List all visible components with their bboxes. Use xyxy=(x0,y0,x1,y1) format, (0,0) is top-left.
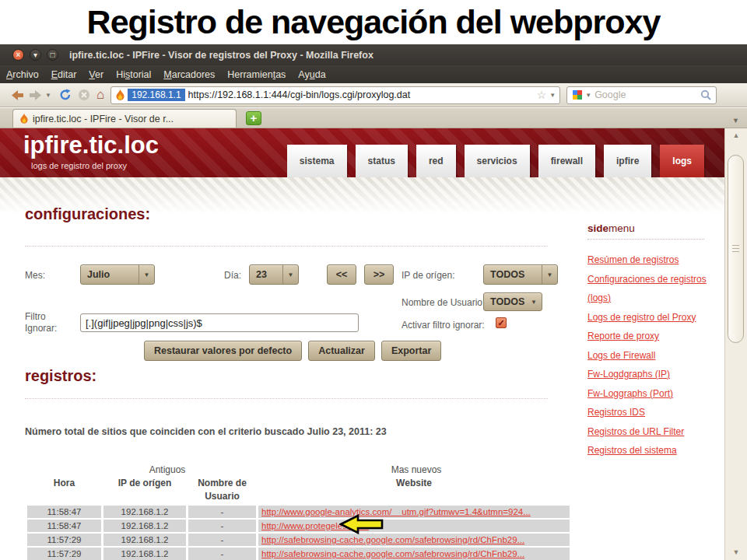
site-nav-tab[interactable]: logs xyxy=(660,145,704,177)
usuario-cell: - xyxy=(188,520,256,532)
scroll-down-icon[interactable]: ▼ xyxy=(725,548,747,556)
usuario-cell: - xyxy=(188,548,256,560)
sidemenu-link[interactable]: Registros del sistema xyxy=(587,441,721,460)
menu-item[interactable]: Historial xyxy=(110,69,157,80)
history-dropdown-icon[interactable]: ▼ xyxy=(45,86,51,104)
username-select[interactable]: TODOS▼ xyxy=(483,292,542,311)
config-heading: configuraciones: xyxy=(25,205,150,223)
navigation-toolbar: ▼ ⌂ 192.168.1.1 https://192.168.1.1:444/… xyxy=(0,83,747,107)
stop-icon[interactable] xyxy=(78,86,90,104)
site-header: ipfire.tic.loc logs de registro del prox… xyxy=(0,128,724,177)
site-nav-tabs: sistema status red servicios firewall ip… xyxy=(287,145,704,177)
sidemenu-links: Resúmen de registros Configuraciones de … xyxy=(587,250,721,460)
maximize-window-icon[interactable]: □ xyxy=(47,49,58,61)
website-cell: http://safebrowsing-cache.google.com/saf… xyxy=(258,534,570,546)
forward-icon[interactable] xyxy=(29,86,42,104)
hora-cell: 11:58:47 xyxy=(27,506,101,518)
chevron-down-icon: ▼ xyxy=(139,265,154,284)
enable-filter-label: Activar filtro ignorar: xyxy=(402,320,485,331)
records-table: 11:58:47 192.168.1.2 - http://www.google… xyxy=(27,506,570,560)
website-cell: http://safebrowsing-cache.google.com/saf… xyxy=(258,548,570,560)
window-title: ipfire.tic.loc - IPFire - Visor de regis… xyxy=(69,50,374,61)
site-hostname: ipfire.tic.loc xyxy=(23,131,159,159)
menu-item[interactable]: Editar xyxy=(45,69,83,80)
search-box[interactable]: ▼ xyxy=(566,86,717,104)
sidemenu-link[interactable]: Fw-Logdgraphs (IP) xyxy=(587,365,721,384)
sidemenu-link[interactable]: Configuraciones de registros (logs) xyxy=(587,270,721,308)
export-button[interactable]: Exportar xyxy=(381,341,441,361)
column-header: IP de orígen xyxy=(103,477,186,503)
url-dropdown-icon[interactable]: ▼ xyxy=(549,92,556,99)
site-nav-tab[interactable]: sistema xyxy=(287,145,347,177)
window-controls: × ▾ □ xyxy=(12,49,58,61)
website-link[interactable]: http://safebrowsing-cache.google.com/saf… xyxy=(261,549,524,558)
records-table-header: Hora IP de orígen Nombre de Usuario Webs… xyxy=(27,477,570,503)
search-engine-icon xyxy=(572,89,583,100)
sidemenu-link[interactable]: Resúmen de registros xyxy=(587,250,721,270)
menu-item[interactable]: Ayuda xyxy=(292,69,331,80)
sidemenu-link[interactable]: Logs de registro del Proxy xyxy=(587,308,721,327)
scroll-up-icon[interactable]: ▲ xyxy=(725,131,747,139)
tab-strip: ipfire.tic.loc - IPFire - Visor de r... … xyxy=(0,108,747,128)
source-ip-select[interactable]: TODOS▼ xyxy=(483,264,558,285)
search-icon[interactable] xyxy=(700,89,711,100)
sidemenu-link[interactable]: Reporte de proxy xyxy=(587,327,721,346)
month-select[interactable]: Julio▼ xyxy=(80,264,155,285)
column-header: Hora xyxy=(27,477,101,503)
menu-item[interactable]: Marcadores xyxy=(157,69,221,80)
column-header: Nombre de Usuario xyxy=(188,477,256,503)
sidemenu-link[interactable]: Fw-Loggraphs (Port) xyxy=(587,384,721,404)
sidemenu-link[interactable]: Registros IDS xyxy=(587,403,721,422)
divider xyxy=(25,398,548,399)
hora-cell: 11:58:47 xyxy=(27,520,101,532)
home-icon[interactable]: ⌂ xyxy=(96,86,104,104)
window-titlebar: × ▾ □ ipfire.tic.loc - IPFire - Visor de… xyxy=(0,44,747,65)
ignore-filter-input[interactable] xyxy=(80,313,359,332)
day-label: Día: xyxy=(224,270,241,282)
bookmark-star-icon[interactable]: ☆ xyxy=(537,89,547,101)
minimize-window-icon[interactable]: ▾ xyxy=(30,49,41,61)
site-nav-tab[interactable]: ipfire xyxy=(604,145,651,177)
search-engine-dropdown-icon[interactable]: ▼ xyxy=(585,92,591,99)
update-button[interactable]: Actualizar xyxy=(308,341,375,361)
site-nav-tab[interactable]: status xyxy=(356,145,408,177)
url-domain-highlight: 192.168.1.1 xyxy=(128,89,184,101)
site-favicon-icon xyxy=(115,89,125,100)
next-day-button[interactable]: >> xyxy=(364,264,394,285)
menu-item[interactable]: Herramientas xyxy=(221,69,292,80)
browser-window: × ▾ □ ipfire.tic.loc - IPFire - Visor de… xyxy=(0,44,747,560)
url-text: https://192.168.1.1:444/cgi-bin/logs.cgi… xyxy=(188,89,534,100)
scrollbar-thumb[interactable] xyxy=(728,155,744,343)
url-bar[interactable]: 192.168.1.1 https://192.168.1.1:444/cgi-… xyxy=(110,86,560,104)
day-select[interactable]: 23▼ xyxy=(249,264,299,285)
list-all-tabs-icon[interactable]: ▼ xyxy=(732,117,739,124)
site-nav-tab[interactable]: red xyxy=(416,145,456,177)
slide-title: Registro de navegación del webproxy xyxy=(0,0,747,44)
reload-icon[interactable] xyxy=(59,86,72,104)
new-tab-button[interactable]: + xyxy=(246,111,261,125)
menu-item[interactable]: Ver xyxy=(82,69,110,80)
sidemenu-link[interactable]: Registros de URL Filter xyxy=(587,422,721,442)
sidemenu-link[interactable]: Logs de Firewall xyxy=(587,346,721,366)
source-ip-label: IP de orígen: xyxy=(402,270,455,282)
website-link[interactable]: http://safebrowsing-cache.google.com/saf… xyxy=(261,535,524,544)
browser-tab[interactable]: ipfire.tic.loc - IPFire - Visor de r... xyxy=(12,109,237,128)
page-scrollbar[interactable]: ▲ ▼ xyxy=(724,128,747,560)
website-cell: http://www.protegeles.com/ xyxy=(258,520,570,532)
prev-day-button[interactable]: << xyxy=(327,264,356,285)
search-input[interactable] xyxy=(594,89,700,100)
site-nav-tab[interactable]: servicios xyxy=(465,145,530,177)
usuario-cell: - xyxy=(188,506,256,518)
annotation-arrow-icon xyxy=(339,514,384,534)
close-window-icon[interactable]: × xyxy=(12,49,24,61)
tab-favicon-icon xyxy=(19,114,29,124)
menu-item[interactable]: Archivo xyxy=(0,69,45,80)
hora-cell: 11:57:29 xyxy=(27,548,101,560)
website-link[interactable]: http://www.google-analytics.com/__utm.gi… xyxy=(261,507,531,516)
username-label: Nombre de Usuario: xyxy=(402,297,485,309)
site-nav-tab[interactable]: firewall xyxy=(538,145,595,177)
restore-defaults-button[interactable]: Restaurar valores por defecto xyxy=(144,341,302,361)
usuario-cell: - xyxy=(188,534,256,546)
enable-filter-checkbox[interactable]: ✓ xyxy=(496,317,507,328)
back-icon[interactable] xyxy=(11,86,24,104)
